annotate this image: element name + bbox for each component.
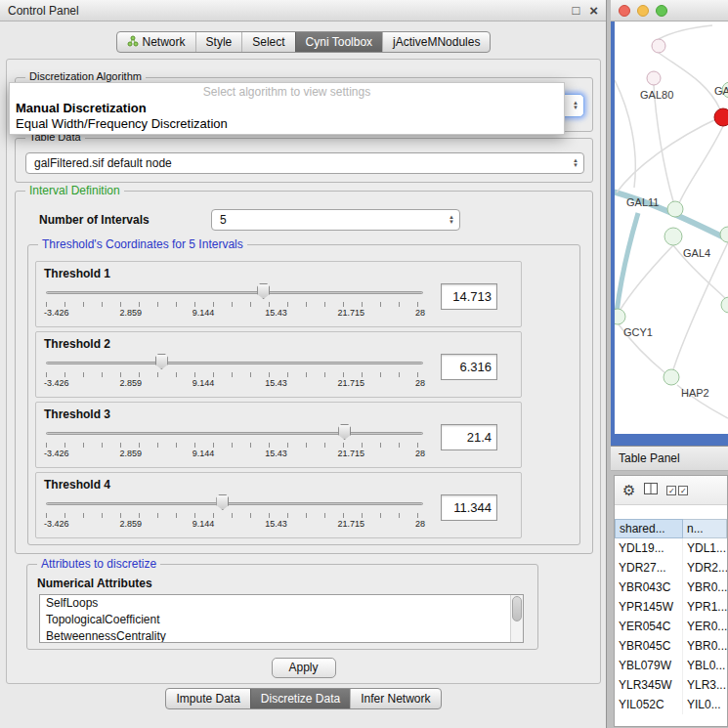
threshold-4-slider[interactable]: -3.4262.8599.14415.4321.71528 [44,494,425,534]
dropdown-option-manual[interactable]: Manual Discretization [10,100,564,115]
network-node[interactable] [647,71,661,85]
tick-label: 21.715 [338,308,365,318]
numerical-attributes-list[interactable]: SelfLoopsTopologicalCoefficientBetweenne… [39,594,524,643]
table-row[interactable]: YLR345WYLR3... [615,675,727,695]
threshold-3-value-field[interactable]: 21.4 [441,424,497,450]
column-header-shared-name[interactable]: shared... [615,519,683,538]
tick-label: -3.426 [44,519,69,529]
attribute-list-item[interactable]: SelfLoops [40,595,523,612]
threshold-2-value-field[interactable]: 6.316 [441,354,497,380]
top-tab-strip: Network Style Select Cyni Toolbox jActiv… [116,31,492,53]
slider-tick-marks [46,372,423,377]
network-node[interactable] [664,369,679,385]
table-cell: YPR145W [615,597,683,617]
gear-icon[interactable]: ⚙ [622,482,635,499]
tab-network-label: Network [143,35,186,49]
table-row[interactable]: YBR043CYBR0... [615,578,727,597]
network-node[interactable] [720,227,728,242]
list-scrollbar[interactable] [510,595,523,642]
checkbox-icon[interactable]: ✓ [666,486,676,495]
table-panel-header: Table Panel [611,446,728,471]
apply-button[interactable]: Apply [272,658,336,678]
zoom-traffic-button[interactable] [656,5,667,17]
table-row[interactable]: YIL052CYIL0... [615,695,727,714]
threshold-2-slider[interactable]: -3.4262.8599.14415.4321.71528 [44,354,425,393]
threshold-4-value-field[interactable]: 11.344 [441,494,497,521]
network-node-label: GAL11 [626,196,659,208]
slider-thumb[interactable] [216,494,229,510]
table-row[interactable]: YPR145WYPR1... [615,597,727,617]
tick-label: 21.715 [338,378,365,388]
threshold-1-box: Threshold 1 -3.4262.8599.14415.4321.7152… [35,261,522,327]
threshold-1-slider[interactable]: -3.4262.8599.14415.4321.71528 [44,283,425,322]
network-canvas[interactable]: GAL80GAGAL11GAL4GCY1HAP2 [615,21,728,434]
threshold-3-slider[interactable]: -3.4262.8599.14415.4321.71528 [44,424,425,463]
table-cell: YDL1... [683,538,727,558]
slider-tick-labels: -3.4262.8599.14415.4321.71528 [44,449,425,458]
table-row[interactable]: YDL19...YDL1... [615,538,727,558]
tick-label: 15.43 [265,378,287,388]
tick-label: 2.859 [119,449,142,458]
minimize-traffic-button[interactable] [637,5,649,17]
slider-thumb[interactable] [155,354,168,369]
tab-cyni-toolbox[interactable]: Cyni Toolbox [295,32,382,52]
close-traffic-button[interactable] [619,5,630,17]
dropdown-option-equal-width[interactable]: Equal Width/Frequency Discretization [10,115,564,131]
network-node-label: GAL4 [683,247,710,259]
tab-discretize-data[interactable]: Discretize Data [250,689,350,708]
column-header-name[interactable]: n... [683,519,727,538]
threshold-3-box: Threshold 3 -3.4262.8599.14415.4321.7152… [35,402,522,468]
threshold-1-value-field[interactable]: 14.713 [441,283,497,310]
network-node[interactable] [664,228,682,245]
table-data-select[interactable]: galFiltered.sif default node ▲▼ [25,152,584,174]
tick-label: -3.426 [44,378,69,388]
network-edge [654,85,673,201]
network-node[interactable] [714,108,728,126]
slider-thumb[interactable] [257,283,270,299]
network-node[interactable] [615,309,625,324]
network-node[interactable] [652,39,665,53]
stepper-icon: ▲▼ [573,101,578,110]
cyni-toolbox-panel: Discretization Algorithm ▲▼ Table Data g… [6,59,601,684]
slider-tick-marks [46,513,423,518]
checkbox-icon[interactable]: ✓ [678,486,688,495]
tab-infer-network[interactable]: Infer Network [350,689,440,708]
table-cell: YBR045C [615,636,683,656]
table-row[interactable]: YER054CYER0... [615,617,727,636]
table-row[interactable]: YBR045CYBR0... [615,636,727,656]
slider-tick-labels: -3.4262.8599.14415.4321.71528 [44,308,425,318]
attribute-list-item[interactable]: BetweennessCentrality [40,628,523,643]
slider-tick-marks [46,443,423,448]
table-cell: YLR3... [683,675,727,695]
threshold-1-label: Threshold 1 [44,267,110,280]
columns-icon[interactable] [644,483,658,497]
table-cell: YPR1... [683,597,727,617]
network-view-window: GAL80GAGAL11GAL4GCY1HAP2 [611,0,728,446]
close-icon[interactable]: × [589,2,598,19]
table-row[interactable]: YDR27...YDR2... [615,558,727,578]
tab-jactivemnodules[interactable]: jActiveMNodules [382,32,490,52]
table-cell: YBL079W [615,656,683,675]
table-cell: YBL0... [683,656,727,675]
interval-definition-group: Interval Definition Number of Intervals … [15,191,593,554]
table-toolbar: ⚙ ✓ ✓ [615,476,727,505]
maximize-icon[interactable]: □ [572,3,579,18]
tab-network[interactable]: Network [117,32,195,52]
bottom-tab-strip: Impute Data Discretize Data Infer Networ… [165,688,441,709]
tab-style[interactable]: Style [195,32,242,52]
number-of-intervals-select[interactable]: 5 ▲▼ [211,209,460,231]
tab-select[interactable]: Select [241,32,294,52]
network-node[interactable] [667,201,683,217]
table-row[interactable]: YBL079WYBL0... [615,656,727,675]
network-node[interactable] [721,297,728,313]
slider-thumb[interactable] [338,424,351,440]
threshold-4-box: Threshold 4 -3.4262.8599.14415.4321.7152… [35,472,522,538]
attribute-list-item[interactable]: TopologicalCoefficient [40,612,523,628]
tick-label: 2.859 [119,378,142,388]
thresholds-group: Threshold's Coordinates for 5 Intervals … [27,244,580,545]
tab-impute-data[interactable]: Impute Data [166,689,249,708]
tick-label: 2.859 [119,519,142,529]
scrollbar-thumb[interactable] [512,596,522,621]
table-cell: YDL19... [615,538,683,558]
dropdown-placeholder-option[interactable]: Select algorithm to view settings [10,85,564,100]
